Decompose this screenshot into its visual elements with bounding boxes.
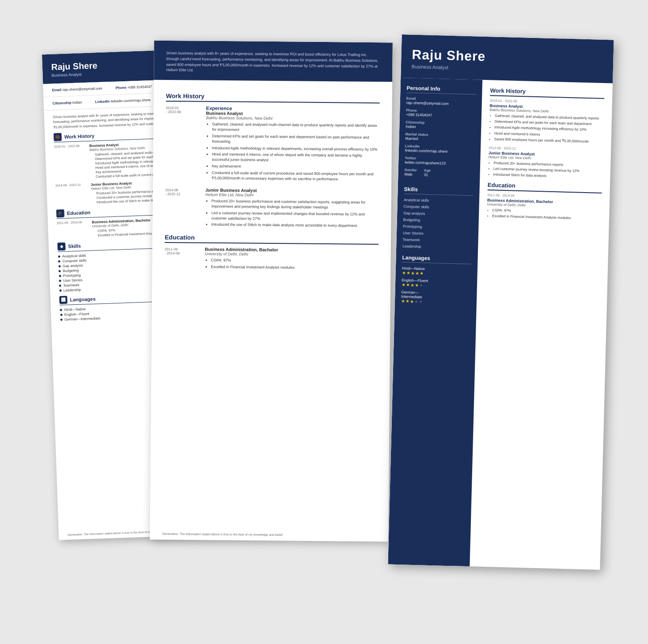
r3-twitter-item: Twitter twitter.com/rajushere123 xyxy=(405,156,474,166)
r2-header: Driven business analyst with 8+ years of… xyxy=(154,41,393,82)
skills-icon: ◆ xyxy=(57,242,65,251)
r2-edu-title: Education xyxy=(164,234,378,245)
r3-work-section: Work History xyxy=(490,87,604,99)
resume-clean: Driven business analyst with 8+ years of… xyxy=(150,41,393,542)
r1-phone: Phone +088 31454047 xyxy=(115,85,152,90)
list-item: English—Fluent ★★★★★ xyxy=(401,278,470,289)
r2-declaration: Declaration: The information stated abov… xyxy=(162,532,283,536)
list-item: Prototyping xyxy=(403,224,472,230)
r3-sidebar: Personal Info Email raju.shere@zetymail.… xyxy=(388,78,482,566)
r2-body: Work History 2016-01 - 2022-08 Experienc… xyxy=(152,80,392,285)
r3-skills-section-title: Skills xyxy=(404,186,473,196)
r3-email-item: Email raju.shere@zetymail.com xyxy=(406,96,475,106)
list-item: Leadership xyxy=(402,244,472,250)
table-row: 2011-09 - 2014-06 Business Administratio… xyxy=(164,246,378,273)
r2-work-title: Work History xyxy=(166,92,379,103)
resume-sidebar: Raju Shere Business Analyst Personal Inf… xyxy=(388,34,614,570)
r1-linkedin: LinkedIn linkedin.com/in/raju.shere xyxy=(95,98,151,104)
r3-personal-info-title: Personal Info xyxy=(406,85,476,95)
r3-gender-age: Gender Male Age 31 xyxy=(404,168,474,182)
list-item: Hindi—Native ★★★★★ xyxy=(402,266,471,277)
r3-header: Raju Shere Business Analyst xyxy=(401,34,614,83)
r3-marital-item: Marital status Married xyxy=(405,132,474,142)
r2-summary: Driven business analyst with 8+ years of… xyxy=(166,50,380,75)
table-row: 2016-01 - 2022-08 Experience Business An… xyxy=(165,105,379,184)
r3-citizenship-item: Citizenship Indian xyxy=(405,120,475,130)
list-item: Budgeting xyxy=(403,217,472,224)
lang-icon: 🅰 xyxy=(59,295,68,304)
table-row: 2016-01 - 2022-08 Business Analyst Babhu… xyxy=(489,98,604,144)
r3-phone-item: Phone +088 31454047 xyxy=(405,108,475,118)
r1-citizenship: Citizenship Indian xyxy=(52,100,82,105)
r3-content: Work History 2016-01 - 2022-08 Business … xyxy=(470,80,613,570)
list-item: User Stories xyxy=(402,231,472,237)
list-item: Computer skills xyxy=(403,204,473,210)
edu-icon: 🎓 xyxy=(56,209,64,218)
work-icon: 💼 xyxy=(53,133,62,141)
table-row: 2014-08 - 2015-12 Junior Business Analys… xyxy=(488,146,603,180)
r3-main: Personal Info Email raju.shere@zetymail.… xyxy=(388,78,613,570)
r3-name: Raju Shere xyxy=(412,47,603,67)
list-item: Analytical skills xyxy=(403,197,473,204)
list-item: Teamwork xyxy=(402,237,472,243)
list-item: Gap analysis xyxy=(403,211,473,217)
table-row: 2014-08 - 2015-12 Junior Business Analys… xyxy=(165,187,379,231)
resume-scene: Raju Shere Business Analyst Email raju.s… xyxy=(37,24,611,620)
r3-linkedin-item: LinkedIn linkedin.com/in/raju.shere xyxy=(405,144,474,154)
r1-email: Email raju.shere@zetymail.com xyxy=(52,87,102,92)
r3-lang-section-title: Languages xyxy=(402,254,471,264)
table-row: 2011-09 - 2014-06 Business Administratio… xyxy=(486,193,601,221)
r3-edu-section: Education xyxy=(487,182,602,193)
list-item: German—Intermediate ★★★★★ xyxy=(401,290,470,305)
